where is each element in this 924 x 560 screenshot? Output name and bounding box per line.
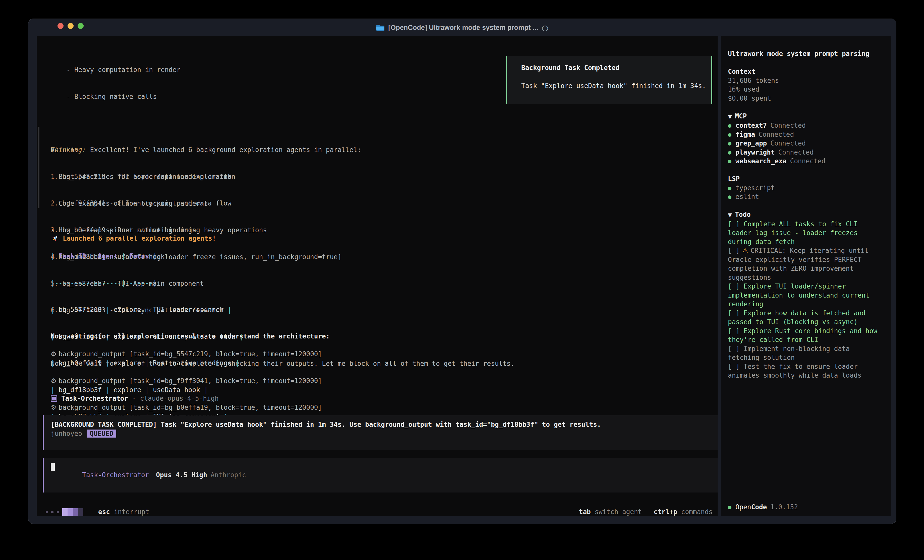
list-number: 1. (51, 173, 58, 180)
working-spinner (46, 508, 83, 517)
todo-item: [ ] Test the fix to ensure loader animat… (728, 362, 878, 380)
prompt-input[interactable]: Task-OrchestratorOpus 4.5 HighAnthropic (43, 458, 718, 493)
input-agent-name[interactable]: Task-Orchestrator (82, 471, 149, 479)
ctrlp-label: commands (681, 508, 712, 516)
table-pipe: | (122, 252, 126, 260)
tool-call-text: background_output [task_id=bg_b0effa19, … (58, 404, 322, 411)
list-text: bg_f9ff3041 - CLI entry point and data f… (62, 199, 231, 207)
table-cell: bg_5547c219 (55, 306, 106, 313)
keyboard-hints: tab switch agent ctrl+p commands (579, 508, 712, 517)
todo-header[interactable]: ▼Todo (728, 210, 878, 220)
model-name: claude-opus-4-5-high (140, 394, 219, 403)
mcp-item: playwrightConnected (728, 148, 878, 157)
list-text: bg_5547c219 - TUI loader/spinner explora… (62, 173, 235, 180)
thinking-intro-line: Thinking: Excellent! I've launched 6 bac… (51, 145, 514, 154)
table-pipe: | (145, 306, 149, 313)
tab-key: tab (579, 508, 591, 516)
agent-name: Task-Orchestrator (61, 394, 128, 403)
table-pipe: | (153, 252, 157, 260)
list-number: 2. (51, 199, 58, 207)
context-tokens: 31,686 tokens (728, 76, 878, 85)
table-pipe: | (51, 252, 55, 260)
input-agent-line: Task-OrchestratorOpus 4.5 HighAnthropic (51, 462, 246, 489)
context-spent: $0.00 spent (728, 94, 878, 103)
status-dot-icon (728, 124, 731, 128)
app-version: 1.0.152 (770, 503, 798, 511)
table-header-cell: Task ID (55, 252, 90, 260)
table-cell: explore (110, 306, 145, 313)
table-pipe: | (90, 252, 94, 260)
status-dot-icon (728, 160, 731, 163)
folder-icon (376, 24, 385, 31)
esc-hint: esc interrupt (98, 508, 149, 517)
status-dot-icon (728, 506, 731, 509)
app-version-footer: OpenCode1.0.152 (728, 503, 798, 512)
esc-label: interrupt (114, 508, 149, 516)
list-item: 1.bg_5547c219 - TUI loader/spinner explo… (51, 172, 514, 181)
table-row: |bg_5547c219|explore|TUI loader/spinner| (51, 305, 243, 314)
task-completed-text: [BACKGROUND TASK COMPLETED] Task "Explor… (51, 420, 718, 429)
input-model-name[interactable]: Opus 4.5 High (156, 471, 207, 479)
app-name: Open (735, 503, 751, 511)
esc-key: esc (98, 508, 110, 516)
table-pipe: | (228, 306, 231, 313)
table-separator-row: |---------|-------|-------| (51, 279, 243, 288)
terminal-line: - Blocking native calls (51, 92, 342, 101)
todo-item: [ ] Explore how data is fetched and pass… (728, 309, 878, 327)
separator-dot: · (132, 394, 136, 403)
status-badge: QUEUED (87, 430, 116, 437)
chevron-down-icon: ▼ (728, 212, 732, 218)
window-title: [OpenCode] Ultrawork mode system prompt … (28, 19, 896, 36)
mcp-header[interactable]: ▼MCP (728, 112, 878, 121)
gear-icon: ⚙ (51, 404, 57, 411)
window-title-text: [OpenCode] Ultrawork mode system prompt … (388, 24, 538, 31)
status-dot-icon (728, 151, 731, 154)
table-pipe: | (51, 306, 55, 313)
gear-icon: ⚙ (51, 350, 57, 358)
mcp-item: context7Connected (728, 121, 878, 130)
table-cell: TUI loader/spinner (149, 306, 228, 313)
username: junhoyeo (51, 430, 82, 437)
background-task-message: [BACKGROUND TASK COMPLETED] Task "Explor… (43, 415, 718, 450)
table-header-row: |Task ID|Agent|Focus| (51, 252, 243, 261)
context-header: Context (728, 67, 878, 76)
thinking-intro-text: Excellent! I've launched 6 background ex… (90, 146, 362, 154)
tool-call-line: ⚙background_output [task_id=bg_b0effa19,… (51, 403, 322, 412)
status-dot-icon (728, 133, 731, 137)
mcp-item: websearch_exaConnected (728, 157, 878, 166)
context-used: 16% used (728, 85, 878, 94)
terminal-window: [OpenCode] Ultrawork mode system prompt … (28, 19, 896, 524)
agent-square-icon (51, 395, 57, 402)
todo-item: [ ] Implement non-blocking data fetching… (728, 344, 878, 362)
ctrlp-key: ctrl+p (654, 508, 677, 516)
tab-label: switch agent (595, 508, 642, 516)
notification-body: Task "Explore useData hook" finished in … (521, 82, 711, 91)
notification-title: Background Task Completed (521, 63, 711, 72)
list-item: 2.bg_f9ff3041 - CLI entry point and data… (51, 199, 514, 208)
table-pipe: | (106, 306, 110, 313)
todo-item: [ ]⚠CRITICAL: Keep iterating until Oracl… (728, 246, 878, 282)
titlebar: [OpenCode] Ultrawork mode system prompt … (28, 19, 896, 36)
input-provider-name: Anthropic (211, 471, 246, 479)
gear-icon: ⚙ (51, 377, 57, 385)
table-header-cell: Focus (125, 252, 153, 260)
tool-call-text: background_output [task_id=bg_5547c219, … (58, 350, 322, 358)
lsp-item: typescript (728, 184, 878, 193)
status-sidebar: Ultrawork mode system prompt parsing Con… (721, 36, 891, 516)
lsp-item: eslint (728, 192, 878, 201)
message-header: Task-Orchestrator · claude-opus-4-5-high (51, 394, 219, 403)
title-spinner-icon: ○ (542, 23, 548, 32)
table-header-cell: Agent (94, 252, 122, 260)
tool-call-line: ⚙background_output [task_id=bg_f9ff3041,… (51, 377, 322, 386)
terminal-line (51, 119, 342, 128)
notification-toast[interactable]: Background Task Completed Task "Explore … (506, 56, 712, 103)
thinking-indicator-bar (38, 127, 39, 208)
app-name-bold: Code (751, 503, 767, 511)
thinking-label: Thinking: (51, 146, 86, 154)
todo-item: [ ] Explore TUI loader/spinner implement… (728, 282, 878, 309)
status-dot-icon (728, 142, 731, 145)
tool-call-text: background_output [task_id=bg_f9ff3041, … (58, 377, 322, 385)
session-title: Ultrawork mode system prompt parsing (728, 49, 878, 58)
status-bar: esc interrupt tab switch agent ctrl+p co… (37, 508, 718, 517)
status-dot-icon (728, 195, 731, 199)
